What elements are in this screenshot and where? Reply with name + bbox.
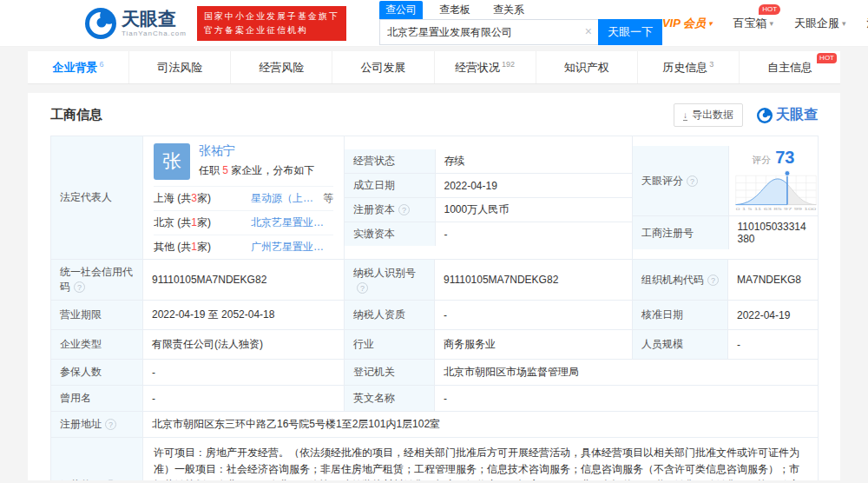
logo-title: 天眼查 — [122, 10, 187, 28]
label-text: 营业期限 — [60, 308, 102, 321]
help-icon[interactable]: ? — [74, 281, 85, 293]
paid-capital-value: - — [435, 222, 632, 247]
tab-intellectual-property[interactable]: 知识产权 — [536, 51, 637, 83]
credit-code-value: 91110105MA7NDEKG82 — [143, 260, 345, 301]
score-value: 73 — [775, 148, 794, 168]
tab-operating-status[interactable]: 经营状况 192 — [434, 51, 536, 83]
export-data-button[interactable]: ↓ 导出数据 — [674, 103, 743, 127]
legal-rep-name-link[interactable]: 张祐宁 — [199, 143, 314, 159]
clear-icon[interactable]: × — [585, 24, 592, 38]
approval-date-label: 核准日期 — [633, 301, 728, 330]
label-text: 工商注册号 — [641, 227, 694, 239]
registered-capital-label: 注册资本? — [345, 198, 435, 222]
head-right: ↓ 导出数据 天眼查 — [674, 103, 818, 127]
score-subtable: 天眼评分? 评分 73 — [633, 146, 818, 249]
search-area: 查公司 查老板 查关系 × 天眼一下 — [379, 1, 662, 45]
registered-address-label: 注册地址? — [51, 412, 143, 438]
business-term-value: 2022-04-19 至 2052-04-18 — [143, 301, 345, 330]
tab-operation-risk[interactable]: 经营风险 — [230, 51, 332, 83]
label-text: 参保人数 — [60, 366, 102, 378]
nav-toolbox[interactable]: HOT 百宝箱 ▾ — [733, 16, 774, 31]
region-tail: 家) — [197, 216, 211, 228]
score-curve-chart: 0 1 5 11 63 85 97 99 100 — [733, 168, 819, 211]
help-icon[interactable]: ? — [687, 175, 698, 187]
score-block: 天眼评分? 评分 73 — [633, 136, 819, 260]
region-tail: 家) — [197, 192, 211, 204]
nav-vip[interactable]: VIP 会员 ▾ — [662, 16, 713, 31]
tab-history-info[interactable]: 历史信息 3 — [637, 51, 739, 83]
tianyancha-logo[interactable]: 天眼查 TianYanCha.com — [85, 8, 187, 39]
value-text: 2022-04-19 至 2052-04-18 — [152, 308, 274, 321]
business-info-table: 法定代表人 张 张祐宁 任职 5 家企业，分布如下 上海 (共3家) 星动源（上… — [50, 136, 819, 480]
logo-text: 天眼查 TianYanCha.com — [122, 10, 187, 37]
reg-number-value: 110105033314380 — [728, 216, 818, 250]
score-line: 评分 73 — [733, 148, 815, 168]
badge-line1: 国家中小企业发展子基金旗下 — [204, 10, 339, 23]
value-text: - — [737, 339, 740, 351]
tab-label: 自主信息 — [767, 60, 812, 76]
credit-code-label: 统一社会信用代码? — [51, 260, 143, 301]
business-term-label: 营业期限 — [51, 301, 143, 330]
nav-vip-label: VIP 会员 — [662, 16, 706, 31]
value-text: - — [444, 393, 447, 405]
distribution-row: 其他 (共1家) 广州艺星置业发展有... — [154, 235, 333, 259]
help-icon[interactable]: ? — [707, 275, 719, 286]
search-tab-boss[interactable]: 查老板 — [433, 1, 477, 19]
value-text: MA7NDEKG8 — [737, 274, 801, 286]
chevron-down-icon: ▾ — [770, 19, 774, 28]
value-text: 91110105MA7NDEKG82 — [152, 274, 266, 286]
industry-value: 商务服务业 — [435, 330, 633, 360]
tab-label: 知识产权 — [564, 60, 609, 76]
help-icon[interactable]: ? — [398, 204, 410, 215]
tab-label: 经营风险 — [259, 60, 304, 76]
search-tab-company[interactable]: 查公司 — [379, 1, 423, 19]
value-text: - — [152, 393, 155, 405]
dist-company-link[interactable]: 广州艺星置业发展有... — [237, 240, 333, 255]
tianyancha-logo-icon — [85, 8, 116, 39]
staff-size-value: - — [728, 330, 819, 360]
nav-enterprise-service[interactable]: 天眼企服 ▾ — [794, 16, 846, 31]
value-text: - — [444, 309, 447, 321]
label-text: 天眼评分 — [641, 175, 683, 187]
label-text: 英文名称 — [353, 392, 395, 404]
tab-company-background[interactable]: 企业背景 6 — [28, 51, 128, 83]
avatar[interactable]: 张 — [154, 143, 190, 180]
help-icon[interactable]: ? — [357, 282, 368, 294]
value-text: 91110105MA7NDEKG82 — [444, 274, 558, 286]
registered-address-value: 北京市朝阳区东三环中路乙16号院5号楼1至2层101内1层102室 — [143, 412, 819, 438]
value-text: 有限责任公司(法人独资) — [152, 338, 263, 350]
dist-company-link[interactable]: 星动源（上海）管理... — [237, 191, 320, 206]
section-title: 工商信息 — [50, 107, 102, 123]
tab-count: 3 — [709, 60, 713, 69]
tab-label: 经营状况 — [455, 60, 500, 76]
dist-company-link[interactable]: 北京艺星置业发展有... — [237, 215, 333, 230]
tab-label: 历史信息 — [662, 60, 707, 76]
founded-label: 成立日期 — [345, 174, 435, 198]
staff-size-label: 人员规模 — [633, 330, 728, 360]
search-tab-relation[interactable]: 查关系 — [487, 1, 530, 19]
tab-judicial-risk[interactable]: 司法风险 — [128, 51, 230, 83]
tab-company-development[interactable]: 公司发展 — [332, 51, 433, 83]
help-icon[interactable]: ? — [105, 419, 116, 430]
legal-rep-tenure: 任职 5 家企业，分布如下 — [199, 163, 314, 178]
paid-capital-label: 实缴资本 — [345, 222, 435, 247]
dist-region: 北京 (共1家) — [154, 215, 237, 230]
distribution-row: 北京 (共1家) 北京艺星置业发展有... — [154, 210, 333, 235]
former-name-label: 曾用名 — [51, 386, 143, 412]
reg-number-label: 工商注册号 — [633, 216, 728, 250]
label-text: 成立日期 — [353, 179, 395, 191]
tab-self-info[interactable]: 自主信息 HOT — [739, 51, 840, 83]
dist-region: 其他 (共1家) — [154, 240, 237, 255]
value-text: 北京市朝阳区市场监督管理局 — [444, 366, 579, 378]
search-input[interactable] — [380, 20, 598, 44]
search-input-wrap: × — [379, 19, 598, 45]
download-icon: ↓ — [683, 110, 687, 121]
region-text: 其他 (共 — [154, 241, 191, 253]
taxpayer-quality-label: 纳税人资质 — [345, 301, 435, 330]
label-text: 经营范围 — [60, 479, 102, 480]
help-icon[interactable]: ? — [105, 480, 116, 480]
taxpayer-id-label: 纳税人识别号? — [345, 260, 435, 301]
search-button[interactable]: 天眼一下 — [598, 19, 662, 45]
label-text: 经营状态 — [353, 155, 395, 167]
insured-count-value: - — [143, 360, 345, 386]
